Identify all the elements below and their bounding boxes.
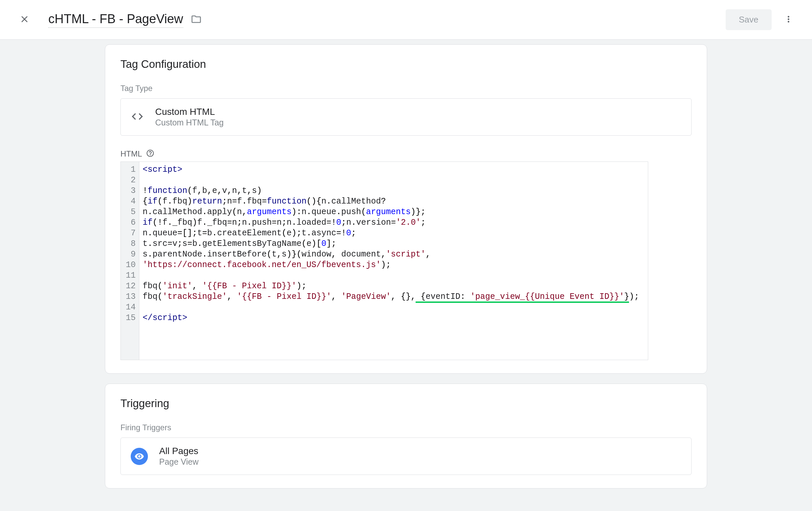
close-icon: [19, 14, 30, 26]
header-bar: cHTML - FB - PageView Save: [0, 0, 812, 40]
save-button[interactable]: Save: [726, 9, 772, 30]
code-icon: [131, 110, 144, 124]
folder-icon[interactable]: [191, 13, 202, 26]
code-line: [143, 175, 644, 186]
more-vert-icon: [784, 20, 793, 25]
code-line: fbq('trackSingle', '{{FB - Pixel ID}}', …: [143, 291, 644, 302]
code-line: !function(f,b,e,v,n,t,s): [143, 186, 644, 196]
help-icon[interactable]: [146, 149, 154, 159]
tag-configuration-card: Tag Configuration Tag Type Custom HTML C…: [105, 44, 707, 374]
triggering-card: Triggering Firing Triggers All Pages Pag…: [105, 384, 707, 488]
tag-title[interactable]: cHTML - FB - PageView: [48, 12, 183, 28]
code-line: <script>: [143, 165, 644, 175]
code-line: 'https://connect.facebook.net/en_US/fbev…: [143, 260, 644, 271]
code-line: </script>: [143, 313, 644, 323]
tag-type-subtitle: Custom HTML Tag: [155, 118, 224, 127]
code-line: n.callMethod.apply(n,arguments):n.queue.…: [143, 207, 644, 218]
pageview-trigger-icon: [131, 448, 148, 465]
firing-triggers-label: Firing Triggers: [120, 423, 692, 432]
tag-config-title: Tag Configuration: [120, 58, 692, 70]
code-gutter: 123456789101112131415: [121, 162, 139, 360]
code-line: fbq('init', '{{FB - Pixel ID}}');: [143, 281, 644, 291]
html-field-label: HTML: [120, 149, 142, 159]
code-body[interactable]: <script>!function(f,b,e,v,n,t,s){if(f.fb…: [139, 162, 648, 360]
code-line: t.src=v;s=b.getElementsByTagName(e)[0];: [143, 238, 644, 249]
tag-type-selector[interactable]: Custom HTML Custom HTML Tag: [120, 98, 692, 136]
code-line: s.parentNode.insertBefore(t,s)}(window, …: [143, 249, 644, 260]
code-line: n.queue=[];t=b.createElement(e);t.async=…: [143, 228, 644, 238]
triggering-title: Triggering: [120, 397, 692, 410]
more-menu-button[interactable]: [780, 10, 798, 29]
code-line: [143, 302, 644, 313]
tag-type-title: Custom HTML: [155, 107, 224, 117]
html-code-editor[interactable]: 123456789101112131415 <script>!function(…: [120, 162, 648, 360]
close-button[interactable]: [14, 9, 34, 30]
trigger-title: All Pages: [159, 446, 199, 456]
trigger-subtitle: Page View: [159, 457, 199, 467]
tag-type-label: Tag Type: [120, 84, 692, 93]
trigger-row[interactable]: All Pages Page View: [120, 437, 692, 475]
code-line: {if(f.fbq)return;n=f.fbq=function(){n.ca…: [143, 196, 644, 207]
code-line: if(!f._fbq)f._fbq=n;n.push=n;n.loaded=!0…: [143, 218, 644, 228]
code-line: [143, 271, 644, 281]
